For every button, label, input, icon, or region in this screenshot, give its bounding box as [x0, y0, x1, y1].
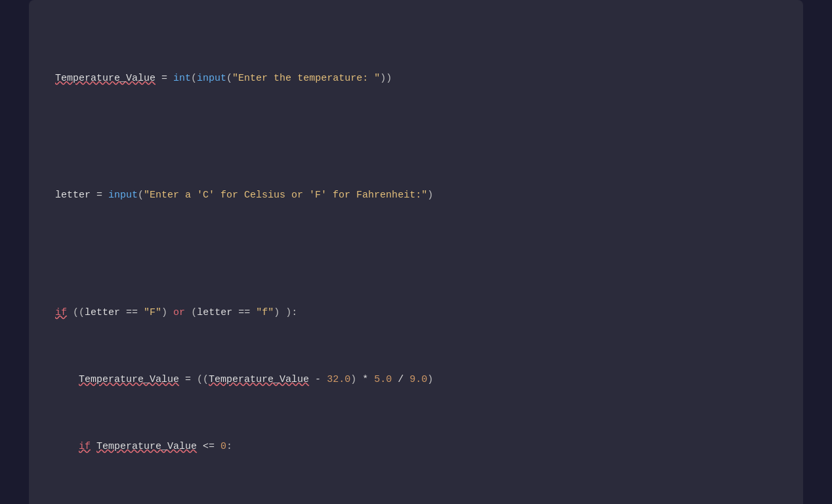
line-1: Temperature_Value = int(input("Enter the…: [55, 70, 777, 87]
line-5: if ((letter == "F") or (letter == "f") )…: [55, 304, 777, 322]
code-editor: Temperature_Value = int(input("Enter the…: [29, 0, 803, 504]
line-3: letter = input("Enter a 'C' for Celsius …: [55, 187, 777, 204]
line-6: Temperature_Value = ((Temperature_Value …: [55, 371, 777, 388]
code-content: Temperature_Value = int(input("Enter the…: [55, 20, 777, 504]
line-7: if Temperature_Value <= 0:: [55, 438, 777, 455]
